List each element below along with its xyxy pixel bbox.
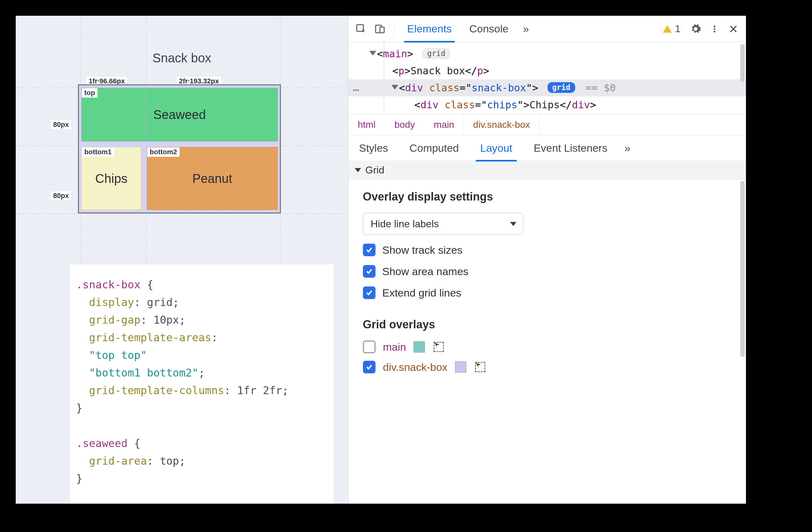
inspect-icon[interactable]: [353, 21, 369, 37]
path-html[interactable]: html: [348, 114, 385, 135]
cell-peanut[interactable]: bottom2 Peanut: [147, 147, 278, 210]
area-label-bottom1: bottom1: [82, 147, 114, 157]
gear-icon[interactable]: [687, 21, 704, 37]
cell-chips[interactable]: bottom1 Chips: [82, 147, 141, 210]
cell-chips-text: Chips: [95, 171, 127, 186]
close-icon[interactable]: [725, 21, 742, 37]
subtabs-overflow-button[interactable]: »: [618, 142, 637, 154]
overlay-main-label[interactable]: main: [383, 341, 406, 353]
tab-console[interactable]: Console: [460, 16, 517, 42]
source-css-preview: .snack-box { display: grid; grid-gap: 10…: [70, 264, 334, 504]
grid-snack-box[interactable]: top Seaweed bottom1 Chips bottom2 Peanut: [78, 84, 281, 213]
subtab-eventlisteners[interactable]: Event Listeners: [523, 135, 618, 161]
path-body[interactable]: body: [385, 114, 424, 135]
dom-node-main[interactable]: <main> grid: [348, 45, 746, 62]
chevron-down-icon: [355, 168, 361, 172]
overlay-snackbox-color-swatch[interactable]: [455, 361, 466, 373]
area-label-top: top: [82, 88, 98, 98]
svg-rect-2: [380, 27, 384, 33]
rendered-page: Snack box 1fr·96.66px 2fr·193.32px 80px …: [16, 16, 348, 504]
checkbox-track-sizes-label: Show track sizes: [382, 244, 463, 256]
checkbox-extend-lines-label: Extend grid lines: [382, 287, 461, 299]
overlay-main-checkbox[interactable]: [363, 340, 376, 353]
svg-point-5: [713, 30, 715, 32]
overlay-snackbox-label[interactable]: div.snack-box: [383, 361, 448, 373]
overlay-settings-title: Overlay display settings: [363, 190, 732, 204]
kebab-menu-icon[interactable]: [706, 21, 723, 37]
dom-node-p[interactable]: <p>Snack box</p>: [348, 62, 746, 79]
path-snack-box[interactable]: div.snack-box: [464, 114, 539, 135]
grid-overlays-title: Grid overlays: [363, 318, 732, 331]
selected-eq-var: == $0: [585, 82, 616, 94]
scroll-into-view-icon[interactable]: [432, 340, 445, 353]
area-label-bottom2: bottom2: [147, 147, 179, 157]
subtab-computed[interactable]: Computed: [399, 135, 469, 161]
checkbox-area-names-label: Show area names: [382, 265, 468, 278]
track-size-row-1: 80px: [50, 120, 72, 130]
line-labels-select[interactable]: Hide line labels: [363, 213, 523, 235]
svg-point-4: [713, 28, 715, 30]
dom-tree[interactable]: <main> grid <p>Snack box</p> <div class=…: [348, 42, 746, 114]
warning-count: 1: [675, 23, 681, 34]
svg-point-3: [713, 26, 715, 27]
grid-badge[interactable]: grid: [422, 48, 450, 59]
tabs-overflow-button[interactable]: »: [517, 23, 535, 35]
warning-icon: [663, 25, 672, 33]
devtools-toolbar: Elements Console » 1: [348, 16, 746, 42]
cell-peanut-text: Peanut: [192, 171, 232, 186]
section-grid-header[interactable]: Grid: [348, 161, 746, 179]
subpanel-tabs: Styles Computed Layout Event Listeners »: [348, 135, 746, 161]
tab-console-label: Console: [469, 23, 508, 35]
device-toolbar-icon[interactable]: [372, 21, 388, 37]
dom-node-snack-box[interactable]: <div class="snack-box"> grid == $0: [348, 79, 746, 96]
chevron-down-icon: [510, 222, 517, 226]
checkbox-extend-lines[interactable]: [363, 286, 376, 299]
dom-node-chips[interactable]: <div class="chips">Chips</div>: [348, 96, 746, 113]
path-main[interactable]: main: [424, 114, 464, 135]
subtab-layout[interactable]: Layout: [469, 135, 523, 161]
dom-scrollbar-thumb[interactable]: [740, 44, 745, 82]
section-grid-label: Grid: [365, 164, 384, 176]
checkbox-track-sizes[interactable]: [363, 244, 376, 256]
tab-elements[interactable]: Elements: [398, 16, 461, 42]
element-path-bar: html body main div.snack-box: [348, 114, 746, 135]
layout-panel-body: Overlay display settings Hide line label…: [348, 179, 746, 390]
cell-seaweed-text: Seaweed: [154, 108, 206, 122]
devtools-panel: Elements Console » 1: [348, 16, 746, 504]
overlay-main-color-swatch[interactable]: [414, 341, 425, 353]
cell-seaweed[interactable]: top Seaweed: [82, 88, 278, 141]
tab-elements-label: Elements: [407, 23, 452, 35]
page-title: Snack box: [153, 51, 211, 65]
line-labels-select-value: Hide line labels: [371, 218, 439, 230]
overlay-snackbox-checkbox[interactable]: [363, 361, 376, 373]
grid-badge-active[interactable]: grid: [548, 82, 575, 93]
checkbox-area-names[interactable]: [363, 265, 376, 278]
subtab-styles[interactable]: Styles: [348, 135, 399, 161]
issues-warning-badge[interactable]: 1: [663, 23, 681, 34]
track-size-row-2: 80px: [50, 191, 72, 201]
scroll-into-view-icon[interactable]: [474, 361, 487, 373]
layout-scrollbar-thumb[interactable]: [740, 181, 745, 357]
